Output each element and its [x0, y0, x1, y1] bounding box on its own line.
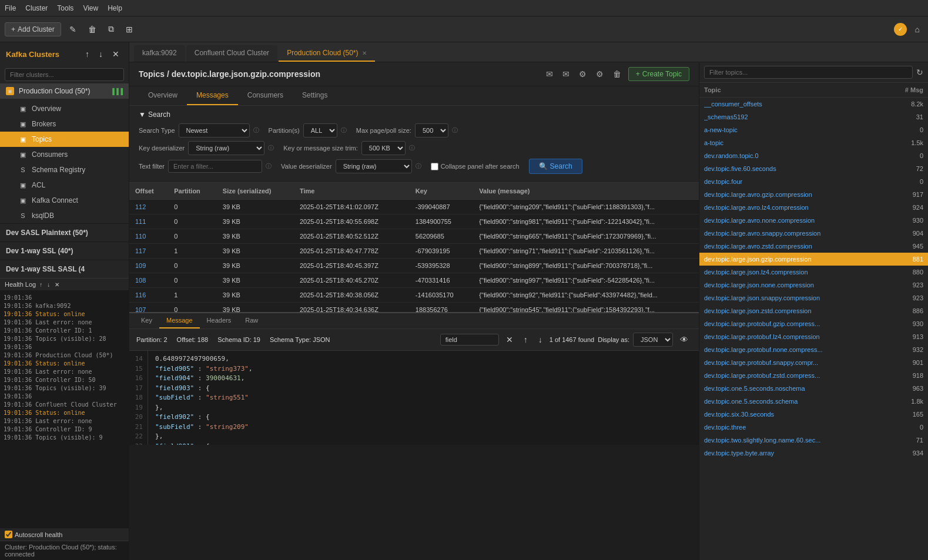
topic-list-item[interactable]: dev.topic.type.byte.array 934 [699, 447, 928, 460]
value-deserializer-select[interactable]: String (raw) [336, 159, 412, 173]
partitions-select[interactable]: ALL [303, 123, 337, 138]
collapse-icon[interactable]: ↓ [95, 47, 106, 61]
topic-list-item[interactable]: dev.topic.large.avro.lz4.compression 924 [699, 201, 928, 214]
create-topic-button[interactable]: + Create Topic [628, 67, 689, 81]
tab-messages[interactable]: Messages [187, 86, 238, 105]
tab-consumers[interactable]: Consumers [238, 86, 293, 105]
move-icon[interactable]: ⊞ [122, 22, 136, 36]
topic-list-item[interactable]: _schemas5192 31 [699, 110, 928, 123]
tab-confluent-cloud[interactable]: Confluent Cloud Cluster [186, 45, 277, 62]
table-row[interactable]: 107 0 39 KB 2025-01-25T18:40:34.636Z 188… [129, 303, 699, 313]
tab-close-icon[interactable]: ✕ [362, 50, 367, 56]
prev-result-icon[interactable]: ↑ [520, 333, 531, 347]
copy-icon[interactable]: ⧉ [105, 22, 118, 36]
sidebar-item-schema-registry[interactable]: S Schema Registry [0, 162, 129, 177]
health-log-close[interactable]: ✕ [53, 281, 61, 288]
topic-list-item[interactable]: __consumer_offsets 8.2k [699, 98, 928, 110]
topic-list-item[interactable]: dev.topic.two.slightly.long.name.60.sec.… [699, 434, 928, 447]
display-as-select[interactable]: JSON RAW [633, 333, 673, 347]
tab-kafka9092[interactable]: kafka:9092 [134, 45, 185, 62]
topic-list-item[interactable]: dev.topic.large.avro.zstd.compression 94… [699, 240, 928, 253]
topic-list-item[interactable]: dev.topic.large.avro.snappy.compression … [699, 227, 928, 240]
key-trim-select[interactable]: 500 KB [361, 141, 406, 155]
topic-list-item[interactable]: a-new-topic 0 [699, 123, 928, 136]
edit-icon[interactable]: ✎ [66, 22, 80, 36]
menu-cluster[interactable]: Cluster [25, 4, 48, 12]
table-row[interactable]: 109 0 39 KB 2025-01-25T18:40:45.397Z -53… [129, 259, 699, 273]
delete-icon[interactable]: 🗑 [85, 22, 100, 36]
collapse-panel-label[interactable]: Collapse panel after search [431, 163, 520, 170]
topic-list-item[interactable]: dev.topic.large.json.none.compression 92… [699, 279, 928, 291]
health-log-down[interactable]: ↓ [46, 281, 51, 288]
topic-list-item[interactable]: dev.topic.large.protobuf.lz4.compression… [699, 330, 928, 343]
topic-list-item[interactable]: dev.topic.large.protobuf.snappy.compr...… [699, 356, 928, 369]
detail-tab-message[interactable]: Message [159, 313, 200, 328]
table-row[interactable]: 116 1 39 KB 2025-01-25T18:40:38.056Z -14… [129, 288, 699, 303]
detail-search-input[interactable] [440, 334, 499, 346]
schema-icon2[interactable]: ⚙ [594, 68, 606, 80]
topic-filter-input[interactable] [704, 66, 913, 79]
sidebar-item-kafka-connect[interactable]: ▣ Kafka Connect [0, 193, 129, 208]
sidebar-item-brokers[interactable]: ▣ Brokers [0, 116, 129, 132]
text-filter-input[interactable] [168, 160, 262, 173]
topic-list-item[interactable]: dev.topic.large.protobuf.none.compress..… [699, 343, 928, 356]
topic-list-item[interactable]: dev.topic.six.30.seconds 165 [699, 408, 928, 421]
table-row[interactable]: 117 1 39 KB 2025-01-25T18:40:47.778Z -67… [129, 244, 699, 259]
sidebar-item-acl[interactable]: ▣ ACL [0, 177, 129, 193]
detail-tab-headers[interactable]: Headers [200, 313, 239, 328]
search-type-select[interactable]: Newest Oldest From Offset From Timestamp [179, 123, 250, 138]
menu-help[interactable]: Help [108, 4, 122, 12]
topic-list-item[interactable]: dev.topic.large.json.gzip.compression 88… [699, 253, 928, 266]
topic-list-item[interactable]: dev.topic.large.json.lz4.compression 880 [699, 266, 928, 279]
email-icon[interactable]: ✉ [544, 68, 555, 80]
topic-list-item[interactable]: dev.topic.one.5.seconds.noschema 963 [699, 382, 928, 395]
menu-file[interactable]: File [5, 4, 16, 12]
next-result-icon[interactable]: ↓ [535, 333, 546, 347]
table-row[interactable]: 111 0 39 KB 2025-01-25T18:40:55.698Z 138… [129, 214, 699, 229]
topic-list-item[interactable]: dev.topic.four 0 [699, 175, 928, 188]
add-cluster-button[interactable]: + Add Cluster [5, 22, 61, 36]
menu-view[interactable]: View [83, 4, 98, 12]
topic-list-item[interactable]: a-topic 1.5k [699, 136, 928, 149]
sidebar-item-topics[interactable]: ▣ Topics [0, 132, 129, 147]
sidebar-item-overview[interactable]: ▣ Overview [0, 101, 129, 116]
sidebar-item-ksqldb[interactable]: S ksqlDB [0, 208, 129, 223]
autoscroll-checkbox[interactable] [5, 531, 12, 538]
trash-icon[interactable]: 🗑 [611, 68, 624, 80]
sidebar-item-consumers[interactable]: ▣ Consumers [0, 147, 129, 162]
health-log-up[interactable]: ↑ [38, 281, 43, 288]
cluster-filter-input[interactable] [5, 68, 124, 81]
topic-list-item[interactable]: dev.topic.large.protobuf.zstd.compress..… [699, 369, 928, 382]
menu-tools[interactable]: Tools [57, 4, 73, 12]
topic-list-item[interactable]: dev.topic.large.avro.none.compression 93… [699, 214, 928, 227]
topic-list-item[interactable]: dev.random.topic.0 0 [699, 149, 928, 162]
tab-settings[interactable]: Settings [293, 86, 337, 105]
expand-icon[interactable]: ↑ [82, 47, 93, 61]
topic-list-item[interactable]: dev.topic.five.60.seconds 72 [699, 162, 928, 175]
collapse-panel-checkbox[interactable] [431, 163, 438, 170]
topic-list-item[interactable]: dev.topic.large.avro.gzip.compression 91… [699, 188, 928, 201]
refresh-icon[interactable]: ↻ [916, 68, 923, 77]
key-deserializer-select[interactable]: String (raw) [188, 141, 264, 155]
table-row[interactable]: 108 0 39 KB 2025-01-25T18:40:45.270Z -47… [129, 273, 699, 288]
settings-icon[interactable]: ⚙ [577, 68, 589, 80]
search-button[interactable]: 🔍 Search [529, 159, 582, 174]
tab-overview[interactable]: Overview [139, 86, 187, 105]
table-row[interactable]: 110 0 39 KB 2025-01-25T18:40:52.512Z 562… [129, 229, 699, 244]
dev-ssl-cluster-header[interactable]: Dev 1-way SSL (40*) [0, 242, 129, 260]
detail-tab-raw[interactable]: Raw [238, 313, 265, 328]
email2-icon[interactable]: ✉ [560, 68, 572, 80]
tab-production-cloud[interactable]: Production Cloud (50*) ✕ [279, 45, 374, 62]
max-page-select[interactable]: 500 [415, 123, 448, 138]
dev-ssl-sasl-cluster-header[interactable]: Dev 1-way SSL SASL (4 [0, 260, 129, 278]
eye-icon[interactable]: 👁 [676, 333, 692, 347]
topic-list-item[interactable]: dev.topic.large.json.snappy.compression … [699, 291, 928, 304]
search-panel-header[interactable]: ▼ Search [139, 110, 689, 119]
topic-list-item[interactable]: dev.topic.one.5.seconds.schema 1.8k [699, 395, 928, 408]
topic-list-item[interactable]: dev.topic.three 0 [699, 421, 928, 434]
table-row[interactable]: 112 0 39 KB 2025-01-25T18:41:02.097Z -39… [129, 200, 699, 214]
detail-tab-key[interactable]: Key [134, 313, 159, 328]
cluster-production-cloud[interactable]: ▣ Production Cloud (50*) ▐▐▐ [0, 83, 129, 99]
topic-list-item[interactable]: dev.topic.large.protobuf.gzip.compress..… [699, 317, 928, 330]
dev-sasl-cluster-header[interactable]: Dev SASL Plaintext (50*) [0, 223, 129, 242]
